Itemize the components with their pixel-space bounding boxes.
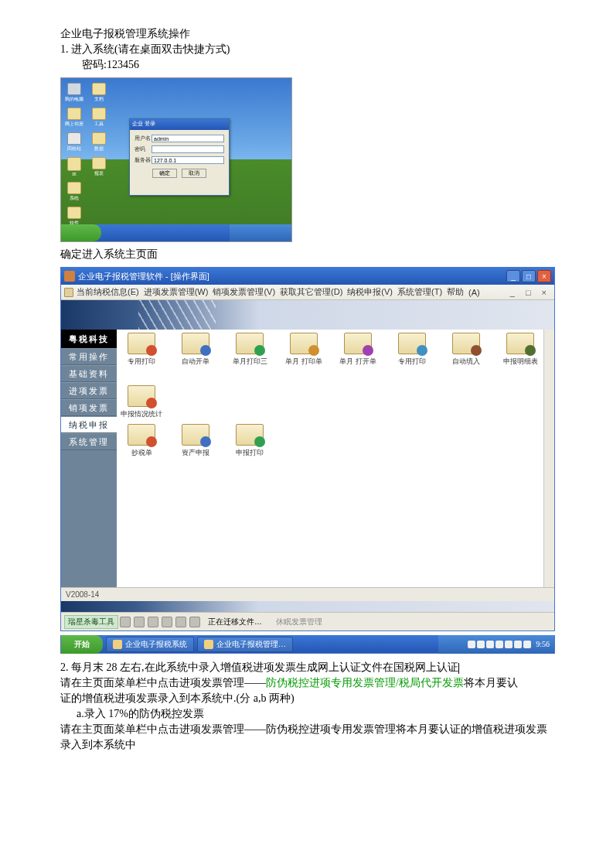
xp-desktop-screenshot: 我的电脑 网上邻居 回收站 IE 系统 软件 文档 工具 数据 报表 企业 登录… [60,77,292,242]
workspace-item-icon [290,333,318,354]
sidebar: 粤税科技 常用操作 基础资料 进项发票 销项发票 纳税申报 系统管理 [61,330,117,587]
mdi-min[interactable]: _ [510,288,515,297]
app-window-title: 企业电子报税管理软件 - [操作界面] [78,271,209,282]
workspace-item-icon [128,333,155,354]
minimize-button[interactable]: _ [506,270,520,282]
step2: 2. 每月末 28 左右,在此系统中录入增值税进项发票生成网上认证文件在国税网上… [60,660,553,675]
app-menubar: 当前纳税信息(E) 进项发票管理(W) 销项发票管理(V) 获取其它管理(D) … [61,285,554,300]
scrollbar[interactable] [543,330,554,612]
workspace-item[interactable]: 专用打印 [121,333,162,367]
confirm-line: 确定进入系统主页面 [60,247,553,262]
login-title: 企业 登录 [130,119,229,130]
workspace-item-label: 单月 打印单 [285,357,322,367]
login-cancel-button[interactable]: 取消 [182,169,206,178]
workspace-item-label: 申报打印 [236,448,264,458]
sidebar-item-tax-declare[interactable]: 纳税申报 [61,416,117,433]
workspace-item-icon [398,333,426,354]
menu-item[interactable]: 纳税申报(V) [347,286,393,298]
login-srv-input[interactable] [152,156,224,164]
menu-current[interactable]: 当前纳税信息(E) [77,286,139,298]
workspace-item-label: 单月打印三 [233,357,267,367]
login-label-user: 用户名 [135,135,152,142]
close-button[interactable]: × [537,270,551,282]
app-statusbar: V2008-14 [61,587,554,601]
bottombar-icon[interactable] [175,617,186,627]
step1-pw: 密码:123456 [60,57,553,73]
workspace-item[interactable]: 自动填入 [446,333,486,367]
workspace-item[interactable]: 单月打印三 [230,333,270,367]
menu-item[interactable]: 销项发票管理(V) [213,286,275,298]
rising-av-label: 瑞星杀毒工具 [64,615,118,629]
workspace-item-label: 专用打印 [128,357,155,367]
login-pw-input[interactable] [152,145,224,153]
step2-a-detail: 请在主页面菜单栏中点击进项发票管理——防伪税控进项专用发票管理将本月要认证的增值… [60,722,553,753]
maximize-button[interactable]: □ [522,270,536,282]
sidebar-head: 粤税科技 [61,330,117,348]
workspace-item-icon [506,333,534,354]
sidebar-item-system[interactable]: 系统管理 [61,433,117,450]
workspace-item-label: 自动开单 [182,357,209,367]
workspace-item[interactable]: 专用打印 [392,333,432,367]
workspace-item-icon [182,333,209,354]
step2-cont: 请在主页面菜单栏中点击进项发票管理——防伪税控进项专用发票管理/税局代开发票将本… [60,675,553,691]
sidebar-item-basic[interactable]: 基础资料 [61,365,117,382]
system-tray: 9:56 [438,635,554,654]
workspace-item[interactable]: 申报情况统计 [121,385,162,419]
login-ok-button[interactable]: 确定 [152,169,177,178]
start-button[interactable] [61,224,101,241]
system-tray [230,224,291,241]
workspace-item-icon [344,333,372,354]
bottombar-icon[interactable] [120,617,131,627]
workspace-item-label: 申报明细表 [503,357,538,367]
bottombar-status: 正在迁移文件… [208,617,262,627]
bottombar-icon[interactable] [189,617,200,627]
workspace-item[interactable]: 单月 打开单 [338,333,378,367]
workspace-item-label: 抄税单 [131,448,152,458]
workspace-item-icon [236,424,264,446]
menu-item[interactable]: 帮助 [447,286,464,298]
taskbar-task[interactable]: 企业电子报税系统 [106,637,194,652]
menu-corner-icon [64,288,73,297]
sidebar-item-input-invoice[interactable]: 进项发票 [61,382,117,399]
workspace-item[interactable]: 自动开单 [175,333,216,367]
bottombar-icon[interactable] [148,617,158,627]
version-label: V2008-14 [66,590,99,599]
menu-right[interactable]: (A) [468,288,480,297]
workspace-item-icon [128,385,155,407]
sidebar-item-output-invoice[interactable]: 销项发票 [61,399,117,416]
workspace-item[interactable]: 资产申报 [175,424,216,458]
app-bottombar: 瑞星杀毒工具 正在迁移文件… 休眠发票管理 [61,612,554,630]
sidebar-item-common[interactable]: 常用操作 [61,348,117,365]
login-dialog: 企业 登录 用户名 密码 服务器 确定 取消 [129,118,230,196]
workspace-item-icon [128,424,155,446]
menu-item[interactable]: 获取其它管理(D) [280,286,342,298]
bottombar-icon[interactable] [134,617,145,627]
app-icon [64,271,75,282]
workspace-item[interactable]: 申报打印 [230,424,270,458]
workspace-item[interactable]: 申报明细表 [500,333,540,367]
mdi-max[interactable]: □ [526,288,531,297]
step1-line1: 1. 进入系统(请在桌面双击快捷方式) [60,42,553,57]
app-titlebar: 企业电子报税管理软件 - [操作界面] _ □ × [61,268,554,285]
bottombar-icon[interactable] [162,617,172,627]
workspace-item-label: 自动填入 [452,357,480,367]
bottombar-progress: 休眠发票管理 [276,617,322,627]
app-banner [61,300,554,330]
login-user-input[interactable] [152,135,224,142]
taskbar-task[interactable]: 企业电子报税管理… [197,637,293,652]
menu-item[interactable]: 系统管理(T) [397,286,442,298]
login-label-pw: 密码 [135,145,152,153]
pw-prefix: 密码: [82,59,107,70]
start-button[interactable]: 开始 [61,635,103,654]
pw-value: 123456 [107,59,139,70]
menu-item[interactable]: 进项发票管理(W) [144,286,209,298]
workspace-item[interactable]: 单月 打印单 [284,333,324,367]
clock: 9:56 [536,640,550,648]
app-footer-band [61,601,554,612]
workspace-item[interactable]: 抄税单 [121,424,162,458]
workspace-item-icon [452,333,480,354]
workspace-item-label: 单月 打开单 [339,357,376,367]
mdi-close[interactable]: × [542,288,547,297]
workspace-item-icon [236,333,264,354]
app-screenshot: 企业电子报税管理软件 - [操作界面] _ □ × 当前纳税信息(E) 进项发票… [60,267,555,631]
